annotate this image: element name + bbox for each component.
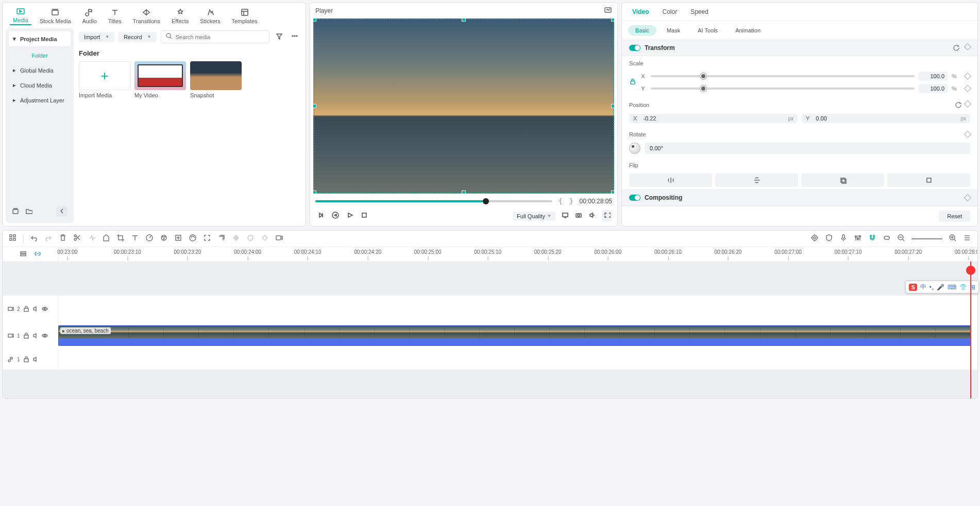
ime-kb-icon[interactable]: ⌨	[948, 284, 956, 291]
position-y-input[interactable]: Y0.00px	[802, 114, 970, 123]
search-input[interactable]	[176, 34, 265, 40]
rotate-value[interactable]: 0.00°	[645, 143, 970, 154]
tl-record-icon[interactable]	[275, 234, 283, 243]
record-dropdown[interactable]: Record▼	[119, 32, 156, 42]
lock-icon[interactable]	[23, 356, 29, 362]
media-item-snapshot[interactable]: Snapshot	[190, 61, 242, 98]
eye-icon[interactable]	[42, 333, 48, 339]
tl-audio-icon[interactable]	[232, 234, 240, 243]
subtab-animation[interactable]: Animation	[728, 25, 768, 36]
mute-icon[interactable]	[32, 356, 39, 362]
compositing-toggle[interactable]	[629, 195, 640, 201]
player-progress[interactable]	[315, 200, 552, 202]
marker-icon[interactable]	[102, 234, 110, 243]
ime-toolbar[interactable]: S 中 •„ 🎤 ⌨ 👕 ⊞	[905, 281, 979, 293]
new-folder-icon[interactable]	[25, 207, 32, 216]
tab-stock-media[interactable]: Stock Media	[37, 7, 74, 25]
snapshot-thumb[interactable]	[190, 61, 242, 90]
tl-link-tracks-icon[interactable]	[34, 250, 41, 257]
tl-tracks-icon[interactable]	[20, 250, 27, 257]
scale-y-slider[interactable]	[651, 88, 915, 90]
prop-tab-speed[interactable]: Speed	[690, 3, 708, 21]
text-icon[interactable]	[131, 234, 139, 243]
zoom-in-icon[interactable]	[949, 234, 957, 243]
prev-frame-icon[interactable]	[317, 212, 325, 220]
tl-render-icon[interactable]	[246, 234, 255, 243]
snapshot-icon[interactable]	[604, 6, 612, 15]
tl-mixer-icon[interactable]	[854, 234, 862, 243]
display-icon[interactable]	[562, 212, 569, 220]
rotate-wheel[interactable]	[629, 143, 640, 154]
my-video-thumb[interactable]	[134, 61, 186, 90]
ripple-delete-icon[interactable]	[88, 234, 96, 243]
position-keyframe-icon[interactable]	[964, 100, 971, 108]
mark-out-icon[interactable]: }	[568, 198, 574, 205]
audio-track-1-head[interactable]: 1	[3, 349, 58, 370]
subtab-basic[interactable]: Basic	[628, 25, 656, 36]
tab-titles[interactable]: Titles	[105, 7, 125, 25]
filter-icon[interactable]	[274, 32, 285, 41]
group-icon[interactable]	[217, 234, 226, 243]
zoom-slider[interactable]	[911, 238, 942, 239]
quality-dropdown[interactable]: Full Quality▼	[513, 212, 555, 221]
tab-transitions[interactable]: Transitions	[130, 7, 163, 25]
zoom-out-icon[interactable]	[897, 234, 905, 243]
subtab-mask[interactable]: Mask	[660, 25, 687, 36]
split-icon[interactable]	[73, 234, 81, 243]
position-x-input[interactable]: X-0.22px	[629, 114, 798, 123]
reset-button[interactable]: Reset	[939, 211, 970, 222]
track-2-head[interactable]: 2	[3, 295, 58, 322]
lock-icon[interactable]	[23, 306, 29, 312]
scale-y-keyframe-icon[interactable]	[964, 85, 971, 92]
scale-x-keyframe-icon[interactable]	[964, 73, 971, 80]
tl-shield-icon[interactable]	[825, 234, 833, 243]
player-viewport[interactable]	[313, 19, 614, 194]
tl-view-options-icon[interactable]	[963, 234, 971, 243]
tl-link-icon[interactable]	[883, 234, 891, 243]
tl-magnet-icon[interactable]	[868, 234, 876, 243]
prop-tab-color[interactable]: Color	[662, 3, 677, 21]
crop-icon[interactable]	[116, 234, 125, 243]
keyframe-panel-icon[interactable]	[174, 234, 182, 243]
ime-mic-icon[interactable]: 🎤	[937, 284, 944, 291]
media-item-import[interactable]: + Import Media	[79, 61, 130, 98]
redo-icon[interactable]	[44, 234, 53, 243]
video-track-2-lane[interactable]	[58, 295, 977, 322]
new-bin-icon[interactable]	[12, 207, 19, 216]
transform-section-head[interactable]: Transform	[622, 40, 977, 56]
speed-ramp-icon[interactable]	[189, 234, 197, 243]
sidebar-folder-selected[interactable]: Folder	[9, 46, 71, 63]
sidebar-project-media[interactable]: ▾Project Media	[9, 31, 71, 46]
sidebar-global-media[interactable]: ▸Global Media	[9, 63, 71, 78]
scale-x-slider[interactable]	[651, 75, 915, 77]
sidebar-adjustment-layer[interactable]: ▸Adjustment Layer	[9, 93, 71, 108]
tab-audio[interactable]: Audio	[79, 7, 100, 25]
reset-transform-icon[interactable]	[953, 44, 960, 51]
volume-icon[interactable]	[588, 212, 596, 220]
transform-toggle[interactable]	[629, 45, 640, 51]
import-dropdown[interactable]: Import▼	[79, 32, 114, 42]
ime-dot-icon[interactable]: •„	[930, 284, 934, 291]
scale-x-value[interactable]: 100.0	[919, 72, 948, 81]
flip-both-button[interactable]	[801, 173, 884, 187]
tab-stickers[interactable]: Stickers	[197, 7, 223, 25]
prop-tab-video[interactable]: Video	[632, 3, 649, 21]
tab-templates[interactable]: Templates	[228, 7, 260, 25]
import-media-thumb[interactable]: +	[79, 61, 130, 90]
flip-horizontal-button[interactable]	[629, 173, 712, 187]
ime-shirt-icon[interactable]: 👕	[959, 284, 967, 291]
tl-grid-icon[interactable]	[9, 234, 17, 243]
rotate-keyframe-icon[interactable]	[964, 131, 971, 138]
media-item-myvideo[interactable]: My Video	[134, 61, 186, 98]
clip-ocean[interactable]: ▸ ocean, sea, beach	[58, 325, 971, 346]
tracks-area[interactable]: ▸ ocean, sea, beach	[58, 261, 977, 398]
tl-target-icon[interactable]	[810, 234, 819, 243]
sidebar-cloud-media[interactable]: ▸Cloud Media	[9, 78, 71, 93]
fit-icon[interactable]	[203, 234, 211, 243]
stop-icon[interactable]	[361, 212, 368, 220]
tl-mic-icon[interactable]	[839, 234, 848, 243]
more-icon[interactable]	[289, 32, 300, 41]
track-1-head[interactable]: 1	[3, 322, 58, 349]
mute-icon[interactable]	[32, 306, 39, 312]
playhead[interactable]	[970, 261, 971, 398]
